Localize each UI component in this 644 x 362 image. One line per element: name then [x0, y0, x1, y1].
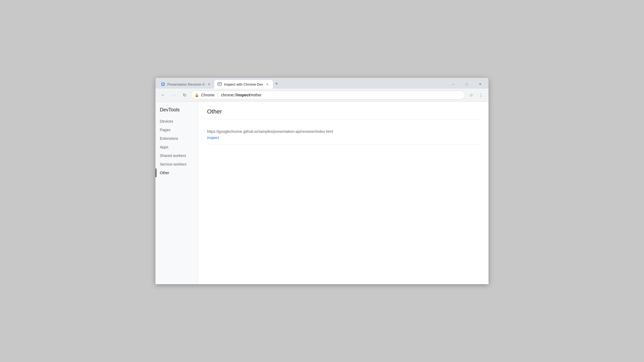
- sidebar-item-service-workers-label: Service workers: [160, 162, 187, 166]
- content-area: DevTools Devices Pages Extensions Apps S…: [155, 102, 489, 284]
- maximize-button[interactable]: □: [461, 80, 473, 89]
- menu-button[interactable]: ⋮: [477, 91, 485, 99]
- title-bar: Presentation Receiver A ✕ Inspect with C…: [155, 78, 489, 89]
- sidebar-item-shared-workers[interactable]: Shared workers: [155, 151, 198, 160]
- main-content: Other https://googlechrome.github.io/sam…: [198, 102, 489, 284]
- sidebar: DevTools Devices Pages Extensions Apps S…: [155, 102, 198, 284]
- presentation-tab-close[interactable]: ✕: [207, 82, 211, 86]
- entry-item: https://googlechrome.github.io/samples/p…: [207, 125, 480, 145]
- presentation-tab-icon: [161, 82, 165, 86]
- svg-rect-1: [162, 83, 164, 85]
- address-url: chrome://inspect/#other: [221, 93, 262, 97]
- address-bar[interactable]: 🔒 Chrome | chrome://inspect/#other: [191, 91, 465, 99]
- new-tab-button[interactable]: +: [273, 80, 280, 87]
- bookmark-button[interactable]: ☆: [467, 91, 476, 99]
- sidebar-item-other-label: Other: [160, 171, 169, 175]
- browser-window: Presentation Receiver A ✕ Inspect with C…: [155, 78, 489, 284]
- address-chrome-label: Chrome: [201, 93, 215, 97]
- address-url-suffix: /#other: [250, 93, 262, 97]
- sidebar-item-pages-label: Pages: [160, 128, 171, 132]
- sidebar-item-other[interactable]: Other: [155, 169, 198, 177]
- entry-url: https://googlechrome.github.io/samples/p…: [207, 129, 480, 134]
- tab-presentation[interactable]: Presentation Receiver A ✕: [158, 80, 214, 89]
- sidebar-item-apps[interactable]: Apps: [155, 143, 198, 151]
- security-icon: 🔒: [194, 93, 199, 97]
- address-url-prefix: chrome://: [221, 93, 237, 97]
- close-button[interactable]: ✕: [474, 80, 486, 89]
- inspect-tab-icon: [218, 82, 222, 86]
- sidebar-item-extensions[interactable]: Extensions: [155, 134, 198, 143]
- sidebar-item-shared-workers-label: Shared workers: [160, 153, 186, 158]
- toolbar-actions: ☆ ⋮: [467, 91, 485, 99]
- inspect-link[interactable]: inspect: [207, 136, 219, 140]
- minimize-button[interactable]: ─: [447, 80, 460, 89]
- sidebar-item-devices[interactable]: Devices: [155, 117, 198, 126]
- page-title: Other: [207, 108, 480, 120]
- toolbar: ← → ↻ 🔒 Chrome | chrome://inspect/#other…: [155, 89, 489, 102]
- inspect-tab-close[interactable]: ✕: [265, 82, 270, 86]
- sidebar-item-devices-label: Devices: [160, 119, 173, 123]
- address-url-bold: inspect: [237, 93, 250, 97]
- sidebar-item-extensions-label: Extensions: [160, 136, 178, 141]
- sidebar-title: DevTools: [155, 106, 198, 117]
- back-button[interactable]: ←: [159, 91, 167, 99]
- inspect-tab-title: Inspect with Chrome Dev: [224, 82, 263, 86]
- sidebar-item-service-workers[interactable]: Service workers: [155, 160, 198, 169]
- presentation-tab-title: Presentation Receiver A: [167, 82, 205, 86]
- window-controls: ─ □ ✕: [447, 80, 486, 89]
- sidebar-item-apps-label: Apps: [160, 145, 168, 149]
- tab-inspect[interactable]: Inspect with Chrome Dev ✕: [214, 80, 273, 89]
- reload-button[interactable]: ↻: [180, 91, 189, 99]
- forward-button[interactable]: →: [169, 91, 178, 99]
- sidebar-item-pages[interactable]: Pages: [155, 126, 198, 134]
- address-separator: |: [217, 93, 218, 97]
